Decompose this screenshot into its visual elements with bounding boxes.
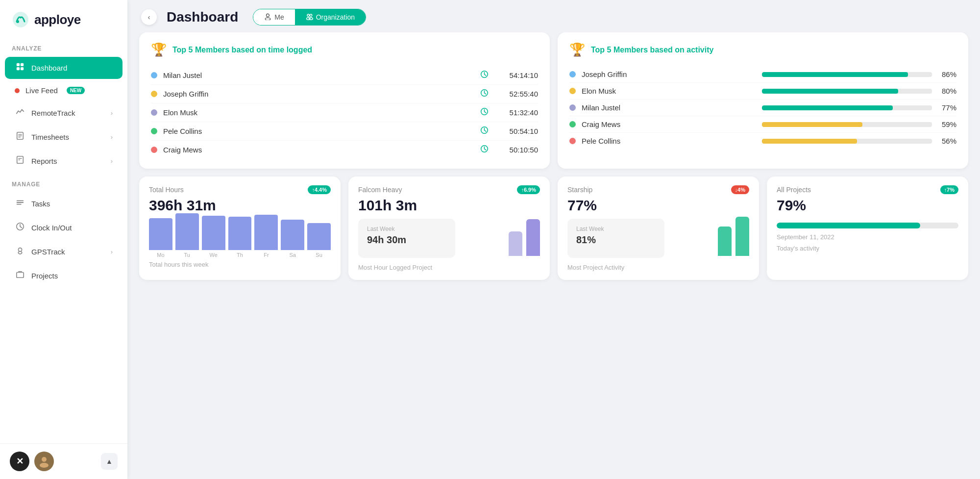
activity-member-row: Joseph Griffin 86% [569,66,956,83]
activity-member-row: Elon Musk 80% [569,83,956,100]
projects-icon [15,270,25,281]
sidebar-item-clock-in-out[interactable]: Clock In/Out [5,217,122,239]
bar-rect [281,220,304,250]
all-projects-date: September 11, 2022 [777,233,958,241]
falcom-label: Falcom Heavy [358,186,402,194]
falcom-lw-label: Last Week [367,226,446,232]
member-dot [569,88,576,94]
page-header: ‹ Dashboard Me Organization [127,0,980,32]
tab-organization[interactable]: Organization [295,9,366,25]
organization-tab-icon [306,13,313,22]
page-title: Dashboard [167,9,238,25]
starship-badge: ↓4% [731,185,749,194]
time-value: 50:10:50 [496,146,538,154]
member-name: Joseph Griffin [163,90,474,98]
svg-point-1 [16,20,19,23]
starship-lw-value: 81% [576,234,656,246]
projects-label: Projects [31,272,58,280]
all-projects-progress-fill [777,223,920,228]
bar-label: Su [316,252,322,258]
time-member-row: Craig Mews 50:10:50 [151,141,538,159]
starship-inner: Last Week 81% [567,219,749,258]
sidebar-item-timesheets[interactable]: Timesheets › [5,126,122,148]
starship-bars [670,219,750,258]
member-name: Joseph Griffin [582,70,752,78]
timesheets-label: Timesheets [31,133,69,141]
bar-column: Th [228,217,252,258]
bottom-cards-row: Total Hours ↑4.4% 396h 31m Mo Tu We Th F… [139,176,968,280]
bar-rect [175,213,199,250]
bar-label: Tu [184,252,190,258]
bar-column: Tu [175,213,199,258]
clock-icon [480,70,489,80]
sidebar-item-gps-track[interactable]: GPSTrack › [5,241,122,263]
chevron-up-button[interactable]: ▲ [101,453,118,470]
user-avatar-x[interactable]: ✕ [10,452,29,471]
member-name: Elon Musk [163,108,474,117]
total-hours-label: Total Hours [149,186,184,194]
bar-rect [228,217,252,250]
clock-icon [480,89,489,99]
all-projects-label: All Projects [777,186,811,194]
sidebar-item-live-feed[interactable]: Live Feed NEW [5,81,122,100]
bar-label: Sa [289,252,295,258]
svg-rect-4 [17,67,20,70]
sidebar-item-projects[interactable]: Projects [5,265,122,287]
member-dot [569,104,576,111]
all-projects-value: 79% [777,197,958,214]
starship-card: Starship ↓4% 77% Last Week 81% Most Proj… [558,176,759,280]
top-activity-card: 🏆 Top 5 Members based on activity Joseph… [558,32,968,169]
gps-icon [15,246,25,257]
sidebar-item-tasks[interactable]: Tasks [5,193,122,215]
svg-point-23 [307,14,310,17]
clock-icon [480,145,489,155]
starship-lw-label: Last Week [576,226,656,232]
apploye-logo-icon [12,11,29,28]
falcom-last-week-box: Last Week 94h 30m [358,219,455,258]
dashboard-content: 🏆 Top 5 Members based on time logged Mil… [127,32,980,479]
starship-last-week-box: Last Week 81% [567,219,664,258]
svg-point-24 [310,14,312,17]
falcom-card: Falcom Heavy ↑6.9% 101h 3m Last Week 94h… [348,176,550,280]
activity-bar-fill [762,89,898,94]
bar-rect [307,223,331,250]
falcom-bars [461,219,540,258]
bar-rect [202,216,225,250]
sidebar-item-dashboard[interactable]: Dashboard [5,57,122,79]
time-value: 52:55:40 [496,90,538,98]
svg-rect-2 [17,63,20,66]
svg-point-21 [267,14,270,17]
sidebar-item-reports[interactable]: Reports › [5,150,122,172]
activity-bar-container [762,105,932,110]
activity-bar-container [762,89,932,94]
all-projects-progress-bg [777,223,958,228]
svg-point-26 [309,18,313,20]
user-avatar[interactable] [34,452,54,471]
total-hours-badge: ↑4.4% [308,185,331,194]
starship-label: Starship [567,186,592,194]
starship-value: 77% [567,197,749,214]
dashboard-label: Dashboard [31,64,67,72]
activity-member-row: Craig Mews 59% [569,116,956,133]
new-badge: NEW [67,87,85,94]
trophy-icon-activity: 🏆 [569,42,585,57]
sidebar-item-remote-track[interactable]: RemoteTrack › [5,102,122,124]
bar-column: Mo [149,218,172,258]
member-dot [151,128,157,134]
time-value: 50:54:10 [496,127,538,135]
activity-bar-bg [762,105,932,110]
clock-icon [15,222,25,233]
activity-bar-bg [762,72,932,77]
top-time-card-title: Top 5 Members based on time logged [172,46,312,54]
remote-track-chevron: › [111,109,113,117]
sidebar-footer: ✕ ▲ [0,443,127,479]
reports-icon [15,155,25,167]
dashboard-icon [15,62,25,74]
bar-rect [254,215,278,250]
logo-area: apploye [0,0,127,37]
sidebar-collapse-button[interactable]: ‹ [141,9,157,25]
starship-bar [718,227,732,256]
tasks-icon [15,198,25,209]
tab-me[interactable]: Me [253,9,294,25]
me-tab-icon [264,13,271,22]
